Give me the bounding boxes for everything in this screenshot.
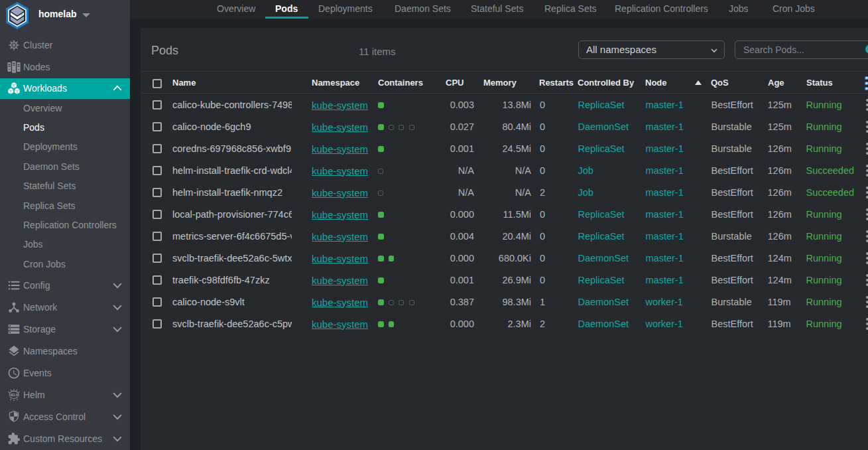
svg-text:HELM: HELM [9, 393, 19, 397]
